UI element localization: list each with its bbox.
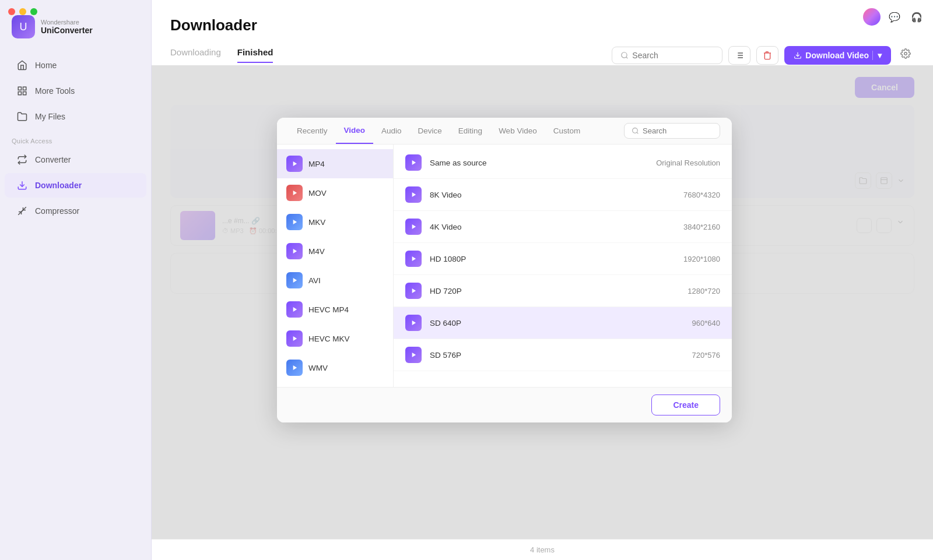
downloader-icon [16, 179, 28, 191]
quality-list: Same as source Original Resolution 8K Vi… [394, 145, 732, 387]
sidebar-item-compressor[interactable]: Compressor [5, 199, 146, 223]
quality-item-4k[interactable]: 4K Video 3840*2160 [394, 211, 732, 243]
modal-footer: Create [277, 387, 732, 422]
format-item-mkv[interactable]: MKV [277, 207, 393, 237]
download-video-button[interactable]: Download Video ▾ [784, 46, 891, 65]
converter-icon [16, 154, 28, 165]
create-button[interactable]: Create [651, 395, 720, 415]
home-icon [16, 59, 28, 71]
hevc-mp4-format-icon [286, 301, 303, 318]
wmv-format-icon [286, 360, 303, 376]
logo-icon: U [12, 15, 35, 38]
page-title: Downloader [170, 16, 914, 34]
tab-finished[interactable]: Finished [237, 47, 273, 63]
sidebar-item-downloader[interactable]: Downloader [5, 173, 146, 198]
modal-tab-custom[interactable]: Custom [545, 118, 589, 143]
m4v-format-icon [286, 243, 303, 259]
quality-item-hd1080[interactable]: HD 1080P 1920*1080 [394, 243, 732, 275]
sidebar-item-converter[interactable]: Converter [5, 147, 146, 172]
settings-icon [900, 48, 911, 59]
sidebar-item-label-compressor: Compressor [35, 206, 79, 216]
format-item-hevc-mkv[interactable]: HEVC MKV [277, 324, 393, 353]
quality-icon-4k [405, 219, 422, 235]
modal-tab-web-video[interactable]: Web Video [490, 118, 545, 143]
quality-item-sd640[interactable]: SD 640P 960*640 [394, 307, 732, 339]
minimize-button[interactable] [19, 8, 26, 15]
mov-format-icon [286, 185, 303, 201]
search-icon [620, 51, 629, 59]
quality-icon-hd720 [405, 283, 422, 299]
search-input[interactable] [632, 51, 714, 60]
mp4-format-icon [286, 156, 303, 172]
compressor-icon [16, 205, 28, 217]
svg-point-7 [622, 52, 627, 57]
header-row: Downloading Finished [170, 45, 914, 65]
svg-rect-2 [18, 92, 21, 95]
delete-button[interactable] [756, 46, 778, 65]
format-item-hevc-mp4[interactable]: HEVC MP4 [277, 295, 393, 324]
list-view-button[interactable] [728, 46, 750, 65]
items-count: 4 items [152, 539, 933, 560]
headset-icon[interactable]: 🎧 [909, 9, 925, 25]
download-icon [794, 51, 802, 59]
content-area: Cancel ...e #m... 🔗 ⏱ MP3 ⏰ 00:0 [152, 65, 933, 539]
sidebar-item-label-downloader: Downloader [35, 181, 82, 190]
svg-rect-3 [23, 92, 26, 95]
close-button[interactable] [8, 8, 15, 15]
format-item-wmv[interactable]: WMV [277, 353, 393, 382]
maximize-button[interactable] [30, 8, 37, 15]
sidebar-item-label-more-tools: More Tools [35, 86, 75, 96]
modal-tab-device[interactable]: Device [410, 118, 450, 143]
header-actions: Download Video ▾ [612, 45, 914, 65]
search-box[interactable] [612, 47, 722, 64]
grid-icon [16, 85, 28, 97]
modal-search-box[interactable] [624, 123, 720, 139]
quality-item-sd576[interactable]: SD 576P 720*576 [394, 339, 732, 371]
svg-line-6 [18, 210, 23, 215]
quality-icon-sd640 [405, 315, 422, 331]
sidebar-item-more-tools[interactable]: More Tools [5, 79, 146, 103]
format-item-avi[interactable]: AVI [277, 266, 393, 295]
modal-overlay: Recently Video Audio Device Editing [152, 65, 933, 539]
svg-rect-1 [23, 87, 26, 90]
settings-button[interactable] [897, 45, 914, 65]
hevc-mkv-format-icon [286, 330, 303, 347]
logo-brand: Wondershare [41, 19, 93, 26]
quality-item-8k[interactable]: 8K Video 7680*4320 [394, 179, 732, 211]
trash-icon [763, 51, 772, 60]
sidebar-item-label-converter: Converter [35, 155, 71, 164]
format-item-mp4[interactable]: MP4 [277, 149, 393, 178]
tab-downloading[interactable]: Downloading [170, 47, 221, 63]
modal-tab-editing[interactable]: Editing [450, 118, 490, 143]
quality-icon-sd576 [405, 347, 422, 363]
logo-text: Wondershare UniConverter [41, 19, 93, 35]
download-video-label: Download Video [805, 51, 869, 60]
tabs: Downloading Finished [170, 47, 273, 63]
modal-tab-video[interactable]: Video [336, 118, 374, 144]
format-item-mov[interactable]: MOV [277, 178, 393, 207]
format-item-m4v[interactable]: M4V [277, 237, 393, 266]
chat-icon[interactable]: 💬 [886, 9, 903, 25]
quality-item-same-as-source[interactable]: Same as source Original Resolution [394, 147, 732, 179]
modal-tab-audio[interactable]: Audio [373, 118, 410, 143]
sidebar-item-home[interactable]: Home [5, 53, 146, 78]
format-list: MP4 MOV MKV [277, 145, 394, 387]
quality-icon-8k [405, 186, 422, 203]
logo-name: UniConverter [41, 26, 93, 35]
quality-item-hd720[interactable]: HD 720P 1280*720 [394, 275, 732, 307]
svg-point-16 [904, 52, 907, 55]
modal-search-input[interactable] [643, 126, 713, 135]
sidebar: U Wondershare UniConverter Home More Too… [0, 0, 152, 560]
sidebar-item-label-my-files: My Files [35, 112, 65, 121]
dropdown-arrow[interactable]: ▾ [872, 51, 882, 60]
list-view-icon [735, 51, 744, 60]
format-selector-modal: Recently Video Audio Device Editing [277, 118, 732, 422]
mkv-format-icon [286, 214, 303, 230]
modal-tab-recently[interactable]: Recently [289, 118, 336, 143]
quality-icon-hd1080 [405, 251, 422, 267]
svg-point-18 [633, 128, 638, 133]
window-controls [8, 8, 37, 15]
user-avatar[interactable] [863, 8, 881, 26]
sidebar-item-my-files[interactable]: My Files [5, 104, 146, 129]
avi-format-icon [286, 272, 303, 288]
